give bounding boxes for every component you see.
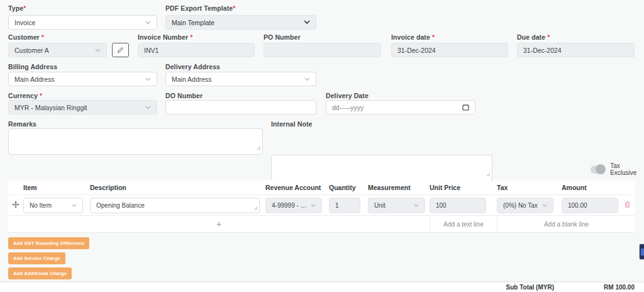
unit-price-value: 100 [436,202,480,209]
item-select-value: No Item [30,202,69,209]
add-row-button[interactable]: + [8,216,430,232]
chevron-down-icon [95,48,101,52]
edit-customer-button[interactable] [112,43,129,57]
move-icon [12,199,19,211]
remarks-label: Remarks [8,120,36,128]
col-header-revenue-account: Revenue Account [265,184,329,191]
type-select[interactable]: Invoice [8,15,157,30]
measurement-select[interactable]: Unit [368,198,425,213]
description-value: Opening Balance [96,202,253,209]
line-items-table: Item Description Revenue Account Quantit… [8,181,635,233]
tax-exclusive-toggle[interactable] [591,166,605,174]
pdf-template-label: PDF Export Template* [165,4,236,12]
remarks-value [9,129,262,134]
chevron-down-icon [304,20,310,25]
plus-icon: + [216,219,221,229]
side-widget-icon [641,249,644,256]
invoice-date-value: 31-Dec-2024 [397,47,502,54]
amount-value: 100.00 [568,202,612,209]
calendar-icon[interactable] [462,104,469,111]
delivery-date-label: Delivery Date [326,92,369,99]
add-text-line-button[interactable]: Add a text line [430,216,497,232]
col-header-tax: Tax [497,184,562,191]
customer-select[interactable]: Customer A [8,43,107,57]
side-widget-tab[interactable] [639,244,644,260]
pencil-icon [117,45,124,56]
sub-total-label: Sub Total (MYR) [506,284,554,291]
resize-grip-icon[interactable] [254,205,258,211]
chevron-down-icon [72,204,77,207]
customer-label: Customer* [8,33,44,41]
col-header-unit-price: Unit Price [430,184,497,191]
chevron-down-icon [542,204,547,207]
delivery-address-select[interactable]: Main Address [165,72,316,86]
tax-exclusive-label: Tax Exclusive [610,162,644,176]
totals-bar: Sub Total (MYR) RM 100.00 [0,282,644,292]
type-select-value: Invoice [14,19,143,26]
chevron-down-icon [145,21,151,25]
billing-address-value: Main Address [14,76,143,83]
quantity-value: 1 [335,202,354,209]
invoice-number-input[interactable]: INV1 [138,43,255,57]
billing-address-select[interactable]: Main Address [8,72,157,86]
measurement-value: Unit [374,202,411,209]
internal-note-label: Internal Note [271,120,312,128]
chevron-down-icon [414,204,419,207]
resize-grip-icon[interactable] [257,142,261,153]
sub-total-value: RM 100.00 [597,284,635,291]
drag-handle[interactable] [8,199,23,211]
trash-icon [624,199,631,211]
chevron-down-icon [145,106,151,110]
invoice-number-label: Invoice Number* [138,33,192,41]
col-header-item: Item [23,184,90,191]
amount-input[interactable]: 100.00 [562,198,618,213]
description-textarea[interactable]: Opening Balance [90,198,260,213]
internal-note-textarea[interactable] [271,155,492,181]
invoice-number-value: INV1 [144,47,248,54]
do-number-label: DO Number [165,92,203,99]
pdf-template-select-value: Main Template [172,19,301,26]
type-label: Type* [8,4,26,12]
due-date-input[interactable]: 31-Dec-2024 [517,43,635,57]
add-additional-charge-button[interactable]: Add Additional Charge [8,267,72,279]
billing-address-label: Billing Address [8,63,57,70]
currency-label: Currency* [8,92,42,99]
chevron-down-icon [311,204,316,207]
col-header-measurement: Measurement [368,184,430,191]
delete-row-button[interactable] [619,199,635,211]
quantity-input[interactable]: 1 [329,198,360,213]
item-select[interactable]: No Item [23,198,83,213]
revenue-account-select[interactable]: 4-99999 - Sales In... [265,198,322,213]
remarks-textarea[interactable] [8,128,263,155]
col-header-quantity: Quantity [329,184,368,191]
delivery-date-input[interactable]: dd-----yyyy [326,100,475,115]
currency-select[interactable]: MYR - Malaysian Ringgit [8,100,157,115]
currency-select-value: MYR - Malaysian Ringgit [14,104,143,111]
chevron-down-icon [145,77,151,81]
internal-note-value [272,155,492,160]
do-number-input[interactable] [165,100,316,115]
add-gst-rounding-difference-button[interactable]: Add GST Rounding Difference [8,237,89,249]
delivery-date-placeholder: dd-----yyyy [332,104,460,111]
invoice-date-input[interactable]: 31-Dec-2024 [391,43,508,57]
due-date-value: 31-Dec-2024 [523,47,628,54]
delivery-address-value: Main Address [172,76,302,83]
add-service-charge-button[interactable]: Add Service Charge [8,252,65,264]
revenue-account-value: 4-99999 - Sales In... [272,202,308,209]
tax-select-value: (0%) No Tax [503,202,540,209]
toggle-knob [596,164,606,174]
resize-grip-icon[interactable] [486,168,491,179]
add-blank-line-button[interactable]: Add a blank line [497,216,635,232]
col-header-amount: Amount [562,184,619,191]
due-date-label: Due date* [517,33,550,41]
col-header-description: Description [90,184,265,191]
pdf-template-select[interactable]: Main Template [165,15,316,30]
po-number-label: PO Number [264,33,301,41]
chevron-down-icon [304,77,310,81]
table-footer-row: + Add a text line Add a blank line [8,216,635,232]
unit-price-input[interactable]: 100 [430,198,486,213]
invoice-date-label: Invoice date* [391,33,435,41]
po-number-input[interactable] [264,43,381,57]
tax-select[interactable]: (0%) No Tax [497,198,553,213]
table-row: No Item Opening Balance 4-99999 - Sales … [8,195,635,216]
